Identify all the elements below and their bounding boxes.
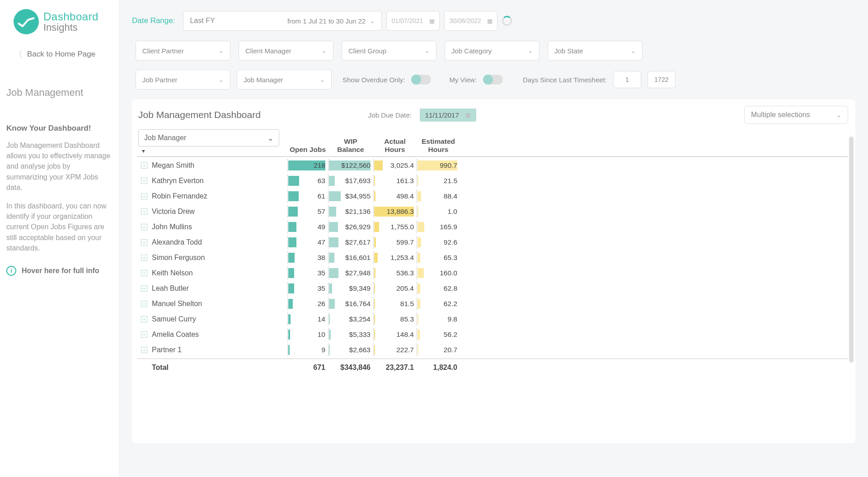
- cell-value: 3,025.4: [390, 161, 414, 170]
- total-label: Total: [137, 364, 287, 372]
- expand-icon[interactable]: +: [141, 224, 147, 230]
- expand-icon[interactable]: +: [141, 208, 147, 215]
- manager-name[interactable]: Leah Butler: [152, 284, 287, 293]
- expand-icon[interactable]: +: [141, 239, 147, 246]
- hover-info[interactable]: i Hover here for full info: [5, 253, 113, 276]
- scrollbar[interactable]: [849, 137, 854, 363]
- expand-icon[interactable]: +: [141, 193, 147, 199]
- days-min-input[interactable]: 1: [613, 71, 641, 88]
- cell-open: 218: [287, 159, 328, 172]
- manager-name[interactable]: Robin Fernandez: [152, 192, 287, 200]
- sort-desc-icon[interactable]: ▼: [138, 146, 287, 154]
- bar: [288, 330, 290, 340]
- manager-name[interactable]: Keith Nelson: [152, 269, 287, 277]
- bar: [329, 207, 336, 217]
- job-manager-column-select[interactable]: Job Manager ⌄: [138, 129, 279, 146]
- client-group-select[interactable]: Client Group⌄: [342, 41, 436, 61]
- select-label: Job Category: [451, 47, 492, 55]
- manager-name[interactable]: John Mullins: [152, 223, 287, 231]
- manager-name[interactable]: Samuel Curry: [152, 315, 287, 323]
- expand-icon[interactable]: +: [141, 285, 147, 292]
- expand-icon[interactable]: +: [141, 331, 147, 338]
- bar: [418, 283, 420, 293]
- date-range-value: Last FY: [190, 17, 215, 25]
- total-est: 1,824.0: [417, 364, 460, 372]
- bar: [418, 253, 420, 263]
- cell-open: 49: [287, 221, 328, 233]
- manager-name[interactable]: Partner 1: [152, 346, 287, 354]
- bar: [329, 299, 335, 309]
- cell-value: 1,253.4: [390, 254, 414, 262]
- cell-value: $5,333: [349, 331, 371, 339]
- cell-value: 9.8: [447, 315, 457, 323]
- col-wip-balance[interactable]: WIP Balance: [328, 137, 373, 154]
- bar: [329, 191, 341, 201]
- manager-name[interactable]: Victoria Drew: [152, 208, 287, 216]
- job-category-select[interactable]: Job Category⌄: [445, 41, 540, 61]
- client-manager-select[interactable]: Client Manager⌄: [239, 41, 333, 61]
- expand-icon[interactable]: +: [141, 301, 147, 307]
- manager-name[interactable]: Simon Ferguson: [152, 254, 287, 262]
- multiple-selections-dropdown[interactable]: Multiple selections ⌄: [744, 106, 848, 124]
- bar: [288, 222, 296, 232]
- date-range-span: from 1 Jul 21 to 30 Jun 22: [287, 17, 366, 25]
- cell-value: 1.0: [447, 208, 457, 216]
- col-actual-hours[interactable]: Actual Hours: [373, 137, 417, 154]
- manager-name[interactable]: Alexandra Todd: [152, 238, 287, 246]
- client-partner-select[interactable]: Client Partner⌄: [136, 41, 230, 61]
- overdue-toggle[interactable]: [411, 75, 431, 85]
- cell-value: $21,136: [345, 208, 371, 216]
- bar: [288, 345, 290, 355]
- manager-name[interactable]: Kathryn Everton: [152, 177, 287, 185]
- cell-wip: $34,955: [328, 190, 373, 203]
- filter-row-clients: Client Partner⌄ Client Manager⌄ Client G…: [132, 31, 855, 61]
- bar: [418, 268, 424, 278]
- bar: [288, 299, 293, 309]
- cell-value: 81.5: [400, 300, 414, 308]
- cell-open: 9: [287, 344, 328, 356]
- select-label: Job State: [554, 47, 583, 55]
- back-to-home-link[interactable]: 〈 Back to Home Page: [5, 42, 113, 67]
- col-estimated-hours[interactable]: Estimated Hours: [417, 137, 460, 154]
- expand-icon[interactable]: +: [141, 162, 147, 169]
- job-partner-select[interactable]: Job Partner⌄: [136, 70, 230, 90]
- due-date-input[interactable]: 11/11/2017 ▦: [420, 109, 476, 122]
- days-max-input[interactable]: 1722: [647, 71, 676, 88]
- calendar-icon: ▦: [487, 18, 493, 24]
- bar: [418, 176, 418, 186]
- cell-est: 62.8: [417, 282, 460, 295]
- date-from-input[interactable]: 01/07/2021 ▦: [386, 11, 440, 31]
- cell-act: 1,253.4: [373, 251, 417, 264]
- bar: [329, 268, 338, 278]
- cell-wip: $2,663: [328, 344, 373, 356]
- cell-value: 13,886.3: [387, 208, 414, 216]
- manager-name[interactable]: Manuel Shelton: [152, 300, 287, 308]
- job-manager-select[interactable]: Job Manager⌄: [237, 70, 332, 90]
- cell-value: 218: [314, 161, 325, 170]
- bar: [329, 314, 330, 324]
- expand-icon[interactable]: +: [141, 255, 147, 261]
- bar: [329, 237, 338, 247]
- expand-icon[interactable]: +: [141, 178, 147, 184]
- cell-value: $16,764: [345, 300, 371, 308]
- cell-value: 165.9: [440, 223, 457, 231]
- manager-name[interactable]: Amelia Coates: [152, 331, 287, 339]
- cell-value: 599.7: [396, 238, 414, 246]
- expand-icon[interactable]: +: [141, 347, 147, 353]
- date-range-select[interactable]: Last FY from 1 Jul 21 to 30 Jun 22 ⌄: [183, 11, 382, 31]
- col-open-jobs[interactable]: Open Jobs: [287, 146, 328, 154]
- date-to-input[interactable]: 30/06/2022 ▦: [444, 11, 497, 31]
- manager-name[interactable]: Megan Smith: [152, 161, 287, 170]
- select-label: Job Partner: [142, 76, 178, 84]
- bar: [374, 283, 375, 293]
- expand-icon[interactable]: +: [141, 316, 147, 322]
- cell-wip: $5,333: [328, 328, 373, 341]
- job-state-select[interactable]: Job State⌄: [548, 41, 643, 61]
- cell-est: 65.3: [417, 251, 460, 264]
- expand-icon[interactable]: +: [141, 270, 147, 276]
- myview-toggle[interactable]: [483, 75, 503, 85]
- cell-act: 3,025.4: [373, 159, 417, 172]
- cell-act: 222.7: [373, 344, 417, 356]
- cell-est: 88.4: [417, 190, 460, 203]
- date-from-value: 01/07/2021: [391, 17, 423, 24]
